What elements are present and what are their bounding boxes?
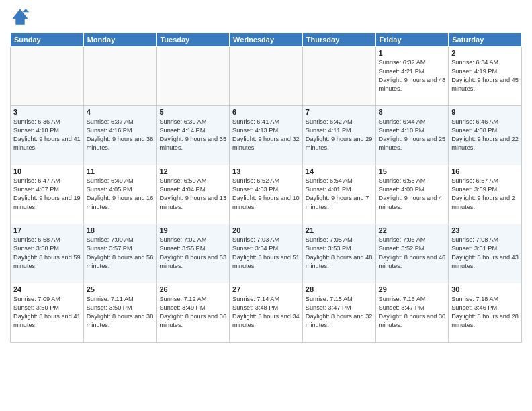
day-info: Sunrise: 7:14 AM Sunset: 3:48 PM Dayligh… bbox=[232, 295, 300, 330]
day-info: Sunrise: 6:37 AM Sunset: 4:16 PM Dayligh… bbox=[87, 118, 154, 152]
day-number: 12 bbox=[159, 167, 226, 175]
calendar-cell: 9Sunrise: 6:46 AM Sunset: 4:08 PM Daylig… bbox=[449, 106, 522, 165]
calendar-cell: 10Sunrise: 6:47 AM Sunset: 4:07 PM Dayli… bbox=[11, 165, 84, 224]
day-number: 22 bbox=[379, 226, 446, 234]
calendar-cell: 28Sunrise: 7:15 AM Sunset: 3:47 PM Dayli… bbox=[302, 283, 375, 342]
day-info: Sunrise: 7:02 AM Sunset: 3:55 PM Dayligh… bbox=[159, 236, 226, 271]
day-number: 17 bbox=[13, 226, 81, 234]
day-info: Sunrise: 6:52 AM Sunset: 4:03 PM Dayligh… bbox=[232, 177, 300, 212]
day-number: 29 bbox=[379, 285, 446, 293]
calendar-cell: 23Sunrise: 7:08 AM Sunset: 3:51 PM Dayli… bbox=[449, 224, 522, 283]
calendar-cell: 22Sunrise: 7:06 AM Sunset: 3:52 PM Dayli… bbox=[375, 224, 449, 283]
day-info: Sunrise: 6:50 AM Sunset: 4:04 PM Dayligh… bbox=[159, 177, 226, 212]
day-number: 2 bbox=[451, 49, 519, 57]
day-number: 28 bbox=[306, 285, 373, 293]
day-number: 1 bbox=[379, 49, 446, 57]
calendar-cell: 2Sunrise: 6:34 AM Sunset: 4:19 PM Daylig… bbox=[449, 47, 522, 106]
day-info: Sunrise: 7:12 AM Sunset: 3:49 PM Dayligh… bbox=[159, 295, 226, 330]
calendar-cell: 5Sunrise: 6:39 AM Sunset: 4:14 PM Daylig… bbox=[157, 106, 230, 165]
week-row-4: 17Sunrise: 6:58 AM Sunset: 3:58 PM Dayli… bbox=[11, 224, 522, 283]
day-number: 27 bbox=[232, 285, 300, 293]
calendar-cell: 16Sunrise: 6:57 AM Sunset: 3:59 PM Dayli… bbox=[449, 165, 522, 224]
calendar-cell: 30Sunrise: 7:18 AM Sunset: 3:46 PM Dayli… bbox=[449, 283, 522, 342]
day-number: 26 bbox=[159, 285, 226, 293]
day-info: Sunrise: 6:44 AM Sunset: 4:10 PM Dayligh… bbox=[379, 118, 446, 152]
calendar-cell: 18Sunrise: 7:00 AM Sunset: 3:57 PM Dayli… bbox=[83, 224, 157, 283]
calendar-cell: 26Sunrise: 7:12 AM Sunset: 3:49 PM Dayli… bbox=[157, 283, 230, 342]
day-number: 19 bbox=[159, 226, 226, 234]
day-info: Sunrise: 6:57 AM Sunset: 3:59 PM Dayligh… bbox=[451, 177, 519, 212]
day-number: 10 bbox=[13, 167, 81, 175]
day-info: Sunrise: 6:34 AM Sunset: 4:19 PM Dayligh… bbox=[451, 58, 519, 93]
day-info: Sunrise: 6:54 AM Sunset: 4:01 PM Dayligh… bbox=[306, 177, 373, 212]
day-number: 4 bbox=[87, 108, 154, 116]
day-number: 5 bbox=[159, 108, 226, 116]
calendar-cell: 12Sunrise: 6:50 AM Sunset: 4:04 PM Dayli… bbox=[157, 165, 230, 224]
day-info: Sunrise: 6:41 AM Sunset: 4:13 PM Dayligh… bbox=[232, 118, 300, 152]
calendar-cell: 19Sunrise: 7:02 AM Sunset: 3:55 PM Dayli… bbox=[157, 224, 230, 283]
day-info: Sunrise: 7:03 AM Sunset: 3:54 PM Dayligh… bbox=[232, 236, 300, 271]
weekday-wednesday: Wednesday bbox=[230, 33, 303, 47]
weekday-header-row: SundayMondayTuesdayWednesdayThursdayFrid… bbox=[11, 33, 522, 47]
day-info: Sunrise: 6:39 AM Sunset: 4:14 PM Dayligh… bbox=[159, 118, 226, 152]
calendar-cell: 17Sunrise: 6:58 AM Sunset: 3:58 PM Dayli… bbox=[11, 224, 84, 283]
day-info: Sunrise: 7:05 AM Sunset: 3:53 PM Dayligh… bbox=[306, 236, 373, 271]
day-info: Sunrise: 6:42 AM Sunset: 4:11 PM Dayligh… bbox=[306, 118, 373, 152]
calendar-cell: 3Sunrise: 6:36 AM Sunset: 4:18 PM Daylig… bbox=[11, 106, 84, 165]
day-number: 15 bbox=[379, 167, 446, 175]
day-number: 23 bbox=[451, 226, 519, 234]
calendar-table: SundayMondayTuesdayWednesdayThursdayFrid… bbox=[10, 32, 522, 342]
day-number: 7 bbox=[306, 108, 373, 116]
day-number: 13 bbox=[232, 167, 300, 175]
day-info: Sunrise: 7:11 AM Sunset: 3:50 PM Dayligh… bbox=[87, 295, 154, 330]
day-info: Sunrise: 6:49 AM Sunset: 4:05 PM Dayligh… bbox=[87, 177, 154, 212]
calendar-cell bbox=[230, 47, 303, 106]
calendar-cell: 24Sunrise: 7:09 AM Sunset: 3:50 PM Dayli… bbox=[11, 283, 84, 342]
weekday-sunday: Sunday bbox=[11, 33, 84, 47]
weekday-thursday: Thursday bbox=[302, 33, 375, 47]
day-info: Sunrise: 6:32 AM Sunset: 4:21 PM Dayligh… bbox=[379, 58, 446, 93]
calendar-cell: 29Sunrise: 7:16 AM Sunset: 3:47 PM Dayli… bbox=[375, 283, 449, 342]
calendar-cell: 6Sunrise: 6:41 AM Sunset: 4:13 PM Daylig… bbox=[230, 106, 303, 165]
day-info: Sunrise: 6:46 AM Sunset: 4:08 PM Dayligh… bbox=[451, 118, 519, 152]
day-info: Sunrise: 7:15 AM Sunset: 3:47 PM Dayligh… bbox=[306, 295, 373, 330]
day-number: 8 bbox=[379, 108, 446, 116]
calendar-cell: 1Sunrise: 6:32 AM Sunset: 4:21 PM Daylig… bbox=[375, 47, 449, 106]
calendar-cell: 7Sunrise: 6:42 AM Sunset: 4:11 PM Daylig… bbox=[302, 106, 375, 165]
page: SundayMondayTuesdayWednesdayThursdayFrid… bbox=[0, 0, 532, 411]
day-number: 3 bbox=[13, 108, 81, 116]
calendar-cell: 21Sunrise: 7:05 AM Sunset: 3:53 PM Dayli… bbox=[302, 224, 375, 283]
week-row-1: 1Sunrise: 6:32 AM Sunset: 4:21 PM Daylig… bbox=[11, 47, 522, 106]
calendar-cell: 20Sunrise: 7:03 AM Sunset: 3:54 PM Dayli… bbox=[230, 224, 303, 283]
day-info: Sunrise: 7:18 AM Sunset: 3:46 PM Dayligh… bbox=[451, 295, 519, 330]
logo-icon bbox=[10, 7, 30, 27]
day-number: 21 bbox=[306, 226, 373, 234]
day-number: 24 bbox=[13, 285, 81, 293]
day-info: Sunrise: 7:00 AM Sunset: 3:57 PM Dayligh… bbox=[87, 236, 154, 271]
day-number: 11 bbox=[87, 167, 154, 175]
weekday-monday: Monday bbox=[83, 33, 157, 47]
day-info: Sunrise: 7:06 AM Sunset: 3:52 PM Dayligh… bbox=[379, 236, 446, 271]
day-info: Sunrise: 7:16 AM Sunset: 3:47 PM Dayligh… bbox=[379, 295, 446, 330]
day-info: Sunrise: 6:36 AM Sunset: 4:18 PM Dayligh… bbox=[13, 118, 81, 152]
day-info: Sunrise: 7:08 AM Sunset: 3:51 PM Dayligh… bbox=[451, 236, 519, 271]
calendar-cell: 11Sunrise: 6:49 AM Sunset: 4:05 PM Dayli… bbox=[83, 165, 157, 224]
day-number: 16 bbox=[451, 167, 519, 175]
week-row-2: 3Sunrise: 6:36 AM Sunset: 4:18 PM Daylig… bbox=[11, 106, 522, 165]
calendar-cell bbox=[11, 47, 84, 106]
weekday-saturday: Saturday bbox=[449, 33, 522, 47]
day-number: 18 bbox=[87, 226, 154, 234]
day-number: 14 bbox=[306, 167, 373, 175]
day-number: 6 bbox=[232, 108, 300, 116]
calendar-cell: 15Sunrise: 6:55 AM Sunset: 4:00 PM Dayli… bbox=[375, 165, 449, 224]
calendar-cell bbox=[83, 47, 157, 106]
calendar-cell: 4Sunrise: 6:37 AM Sunset: 4:16 PM Daylig… bbox=[83, 106, 157, 165]
logo bbox=[10, 7, 33, 27]
header bbox=[10, 7, 522, 27]
weekday-friday: Friday bbox=[375, 33, 449, 47]
day-info: Sunrise: 7:09 AM Sunset: 3:50 PM Dayligh… bbox=[13, 295, 81, 330]
day-number: 9 bbox=[451, 108, 519, 116]
day-number: 25 bbox=[87, 285, 154, 293]
week-row-5: 24Sunrise: 7:09 AM Sunset: 3:50 PM Dayli… bbox=[11, 283, 522, 342]
weekday-tuesday: Tuesday bbox=[157, 33, 230, 47]
